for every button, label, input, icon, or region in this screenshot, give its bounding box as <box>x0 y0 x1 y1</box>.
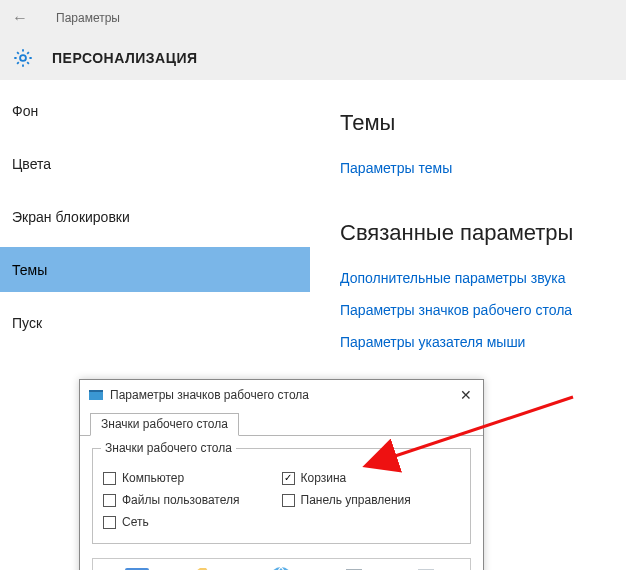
page-title: ПЕРСОНАЛИЗАЦИЯ <box>52 50 198 66</box>
dialog-app-icon <box>88 387 104 403</box>
link-sound-settings[interactable]: Дополнительные параметры звука <box>340 270 596 286</box>
settings-gear-icon <box>12 47 34 69</box>
computer-icon <box>121 563 153 570</box>
header-bar: ПЕРСОНАЛИЗАЦИЯ <box>0 35 626 80</box>
close-icon[interactable]: ✕ <box>455 384 477 406</box>
checkbox-network[interactable] <box>103 516 116 529</box>
dialog-title: Параметры значков рабочего стола <box>110 388 309 402</box>
group-legend: Значки рабочего стола <box>101 441 236 455</box>
back-icon[interactable]: ← <box>12 9 28 27</box>
checkbox-controlpanel[interactable] <box>282 494 295 507</box>
icon-preview-row <box>92 558 471 570</box>
checkbox-label-network[interactable]: Сеть <box>122 515 149 529</box>
window-title: Параметры <box>56 11 120 25</box>
section-themes-title: Темы <box>340 110 596 136</box>
svg-point-0 <box>20 55 26 61</box>
checkbox-label-userfiles[interactable]: Файлы пользователя <box>122 493 239 507</box>
checkbox-label-recyclebin[interactable]: Корзина <box>301 471 347 485</box>
checkbox-label-computer[interactable]: Компьютер <box>122 471 184 485</box>
checkbox-userfiles[interactable] <box>103 494 116 507</box>
dialog-titlebar: Параметры значков рабочего стола ✕ <box>80 380 483 410</box>
checkbox-label-controlpanel[interactable]: Панель управления <box>301 493 411 507</box>
link-theme-settings[interactable]: Параметры темы <box>340 160 596 176</box>
folder-icon <box>193 563 225 570</box>
recyclebin-full-icon <box>338 563 370 570</box>
group-desktop-icons: Значки рабочего стола Компьютер Файлы по… <box>92 448 471 544</box>
sidebar-item-themes[interactable]: Темы <box>0 247 310 292</box>
section-related-title: Связанные параметры <box>340 220 596 246</box>
sidebar-item-start[interactable]: Пуск <box>0 300 310 345</box>
titlebar: ← Параметры <box>0 0 626 35</box>
network-icon <box>265 563 297 570</box>
sidebar-item-background[interactable]: Фон <box>0 88 310 133</box>
link-desktop-icons[interactable]: Параметры значков рабочего стола <box>340 302 596 318</box>
checkbox-recyclebin[interactable] <box>282 472 295 485</box>
recyclebin-empty-icon <box>410 563 442 570</box>
checkbox-computer[interactable] <box>103 472 116 485</box>
desktop-icons-dialog: Параметры значков рабочего стола ✕ Значк… <box>79 379 484 570</box>
link-pointer-settings[interactable]: Параметры указателя мыши <box>340 334 596 350</box>
sidebar-item-colors[interactable]: Цвета <box>0 141 310 186</box>
sidebar-item-lockscreen[interactable]: Экран блокировки <box>0 194 310 239</box>
svg-rect-2 <box>89 390 103 392</box>
dialog-tabstrip: Значки рабочего стола <box>80 410 483 436</box>
tab-desktop-icons[interactable]: Значки рабочего стола <box>90 413 239 436</box>
